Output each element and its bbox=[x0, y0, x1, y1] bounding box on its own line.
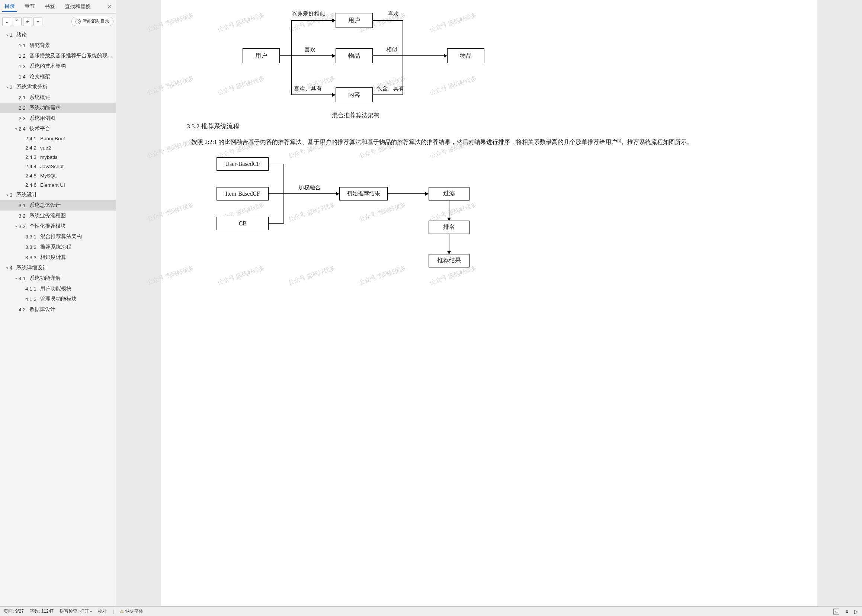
toc-item[interactable]: 2.3系统用例图 bbox=[0, 113, 116, 124]
remove-button[interactable]: − bbox=[33, 17, 42, 26]
toc-item[interactable]: 3.3.1混合推荐算法架构 bbox=[0, 231, 116, 242]
status-spellcheck[interactable]: 拼写检查: 打开 ▾ bbox=[60, 608, 92, 614]
toc-item[interactable]: 4.2数据库设计 bbox=[0, 304, 116, 315]
toc-item-number: 2 bbox=[9, 85, 13, 90]
close-icon[interactable]: × bbox=[105, 3, 113, 11]
status-page[interactable]: 页面: 9/27 bbox=[4, 608, 24, 614]
toc-item-label: 系统总体设计 bbox=[29, 202, 61, 209]
tab-chapter[interactable]: 章节 bbox=[22, 2, 37, 11]
edge-label: 相似 bbox=[386, 46, 397, 53]
view-list-icon[interactable]: ≡ bbox=[844, 608, 850, 614]
toc-item[interactable]: 1.3系统的技术架构 bbox=[0, 61, 116, 71]
status-word-count[interactable]: 字数: 11247 bbox=[30, 608, 53, 614]
document-viewport[interactable]: 公众号 源码好优多公众号 源码好优多公众号 源码好优多公众号 源码好优多公众号 … bbox=[116, 0, 862, 607]
toc-item[interactable]: 2.4.4JavaScript bbox=[0, 162, 116, 171]
toc-item[interactable]: 2.4.5MySQL bbox=[0, 171, 116, 181]
toc-item[interactable]: 2.4.2vue2 bbox=[0, 143, 116, 152]
toc-item-label: 系统业务流程图 bbox=[29, 212, 66, 219]
toc-item-number: 4.2 bbox=[19, 307, 26, 313]
toc-item[interactable]: 3.2系统业务流程图 bbox=[0, 211, 116, 221]
toc-item[interactable]: 4.1.2管理员功能模块 bbox=[0, 294, 116, 304]
toc-item-label: 系统设计 bbox=[16, 192, 37, 198]
toc-item[interactable]: 4.1.1用户功能模块 bbox=[0, 283, 116, 294]
node-user-cf: User-BasedCF bbox=[217, 157, 269, 171]
play-icon[interactable]: ▷ bbox=[854, 608, 858, 614]
toc-item-number: 4.1 bbox=[19, 276, 26, 281]
citation-mark: [i] bbox=[617, 138, 621, 143]
diagram-recommendation-flow: User-BasedCF Item-BasedCF CB 初始推荐结果 过滤 排… bbox=[201, 154, 492, 273]
toc-item-label: 系统功能需求 bbox=[29, 105, 61, 111]
toc-item[interactable]: 2.4.3mybatis bbox=[0, 152, 116, 162]
toc-item[interactable]: 2.2系统功能需求 bbox=[0, 103, 116, 113]
toc-item[interactable]: 1.1研究背景 bbox=[0, 40, 116, 50]
toc-item[interactable]: 2.4.6Element UI bbox=[0, 181, 116, 190]
paragraph: 按照 2:2:1 的比例融合基于内容的推荐算法、基于用户的推荐算法和基于物品的推… bbox=[179, 136, 798, 148]
toc-item[interactable]: 3.1系统总体设计 bbox=[0, 200, 116, 211]
toc-item[interactable]: ▾1绪论 bbox=[0, 30, 116, 40]
toc-item-label: 系统概述 bbox=[29, 94, 50, 101]
chevron-down-icon: ⌄ bbox=[5, 19, 9, 24]
chevron-icon: ▾ bbox=[5, 33, 9, 37]
toc-item[interactable]: 1.2音乐播放及音乐推荐平台系统的现… bbox=[0, 50, 116, 61]
toc-item[interactable]: 2.4.1SpringBoot bbox=[0, 134, 116, 143]
watermark-text: 公众号 源码好优多 bbox=[146, 201, 195, 223]
toc-item-label: vue2 bbox=[40, 145, 51, 151]
edge-label: 喜欢 bbox=[388, 10, 399, 17]
add-button[interactable]: + bbox=[23, 17, 32, 26]
view-page-icon[interactable]: ▭ bbox=[833, 608, 839, 614]
toc-item-label: 系统需求分析 bbox=[16, 84, 48, 90]
node-item-cf: Item-BasedCF bbox=[217, 187, 269, 201]
toc-item-number: 2.4.4 bbox=[25, 163, 36, 169]
status-proofread[interactable]: 校对 bbox=[98, 608, 107, 614]
node-filter: 过滤 bbox=[429, 187, 469, 201]
toc-item-number: 2.4.6 bbox=[25, 182, 36, 188]
toc-item-number: 4.1.1 bbox=[25, 286, 36, 292]
watermark-text: 公众号 源码好优多 bbox=[146, 11, 195, 34]
expand-button[interactable]: ⌃ bbox=[13, 17, 22, 26]
toc-item-label: Element UI bbox=[40, 182, 65, 188]
heading-3-3-2: 3.3.2 推荐系统流程 bbox=[187, 122, 798, 130]
node-content: 内容 bbox=[335, 87, 373, 102]
toc-item[interactable]: ▾2系统需求分析 bbox=[0, 82, 116, 92]
smart-detect-toc-button[interactable]: 智能识别目录 bbox=[71, 17, 113, 26]
diagram-caption: 混合推荐算法架构 bbox=[332, 112, 379, 119]
toc-tree[interactable]: ▾1绪论1.1研究背景1.2音乐播放及音乐推荐平台系统的现…1.3系统的技术架构… bbox=[0, 29, 116, 607]
toc-item-label: 系统的技术架构 bbox=[29, 63, 66, 69]
toc-item[interactable]: 2.1系统概述 bbox=[0, 92, 116, 103]
collapse-button[interactable]: ⌄ bbox=[2, 17, 11, 26]
tab-find-replace[interactable]: 查找和替换 bbox=[63, 2, 93, 11]
toc-item-number: 2.1 bbox=[19, 95, 26, 101]
toc-item-number: 1.3 bbox=[19, 64, 26, 69]
node-result: 推荐结果 bbox=[429, 254, 469, 267]
node-user: 用户 bbox=[335, 13, 373, 28]
toc-item[interactable]: ▾2.4技术平台 bbox=[0, 124, 116, 134]
toc-item[interactable]: ▾4.1系统功能详解 bbox=[0, 273, 116, 283]
status-missing-fonts[interactable]: ⚠ 缺失字体 bbox=[120, 608, 143, 614]
tab-toc[interactable]: 目录 bbox=[2, 2, 17, 12]
toc-item[interactable]: 3.3.2推荐系统流程 bbox=[0, 242, 116, 252]
toc-item-number: 3.2 bbox=[19, 213, 26, 219]
toc-item-number: 2.4.5 bbox=[25, 173, 36, 179]
toc-item-number: 1.2 bbox=[19, 53, 26, 59]
minus-icon: − bbox=[36, 19, 39, 24]
toc-item[interactable]: ▾4系统详细设计 bbox=[0, 262, 116, 273]
toc-item-label: MySQL bbox=[40, 173, 57, 179]
toc-item-label: 系统用例图 bbox=[29, 115, 55, 122]
toc-item-label: 系统功能详解 bbox=[29, 275, 61, 281]
toc-item[interactable]: 3.3.3相识度计算 bbox=[0, 252, 116, 262]
toc-item[interactable]: 1.4论文框架 bbox=[0, 71, 116, 82]
toc-item-label: 研究背景 bbox=[29, 42, 50, 49]
toc-toolbar: ⌄ ⌃ + − 智能识别目录 bbox=[0, 14, 116, 29]
watermark-text: 公众号 源码好优多 bbox=[146, 74, 195, 97]
compass-icon bbox=[76, 19, 81, 24]
toc-item-number: 3.3 bbox=[19, 223, 26, 229]
toc-item-number: 1.1 bbox=[19, 43, 26, 48]
smart-detect-label: 智能识别目录 bbox=[83, 18, 109, 25]
toc-item-number: 4.1.2 bbox=[25, 297, 36, 302]
tab-bookmark[interactable]: 书签 bbox=[42, 2, 57, 11]
toc-item-label: SpringBoot bbox=[40, 136, 65, 141]
toc-item[interactable]: ▾3.3个性化推荐模块 bbox=[0, 221, 116, 231]
toc-item-number: 3.1 bbox=[19, 203, 26, 208]
chevron-down-icon: ▾ bbox=[90, 609, 92, 613]
toc-item[interactable]: ▾3系统设计 bbox=[0, 190, 116, 200]
